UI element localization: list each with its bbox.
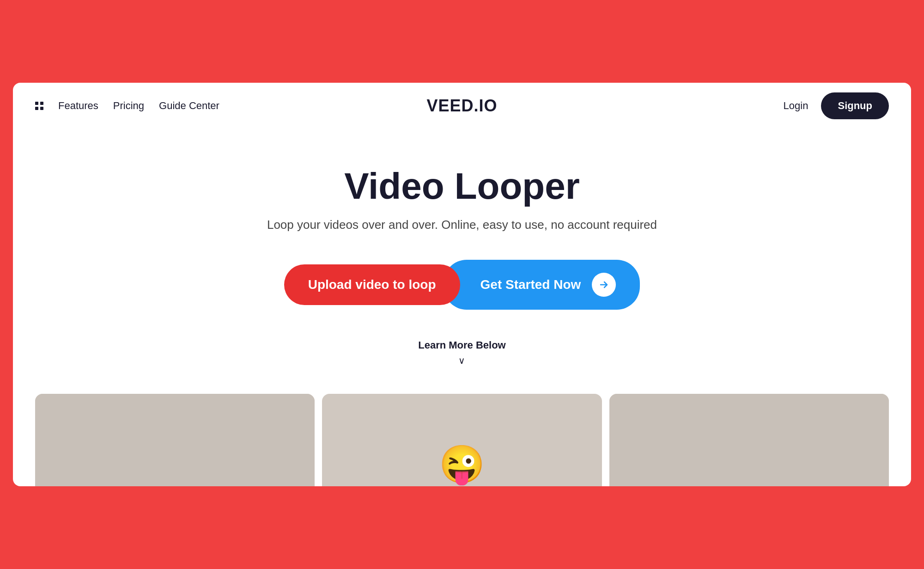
card-blur-left [35,394,315,486]
hero-section: Video Looper Loop your videos over and o… [13,129,911,394]
inner-container: Features Pricing Guide Center VEED.IO Lo… [13,83,911,486]
hero-title: Video Looper [344,166,580,207]
signup-button[interactable]: Signup [821,92,889,119]
preview-card-left [35,394,315,486]
nav-left: Features Pricing Guide Center [35,100,219,112]
nav-features-link[interactable]: Features [58,100,98,112]
upload-button[interactable]: Upload video to loop [284,264,460,305]
arrow-icon [592,273,616,297]
navbar: Features Pricing Guide Center VEED.IO Lo… [13,83,911,129]
hero-buttons: Upload video to loop Get Started Now [284,260,640,310]
nav-right: Login Signup [784,92,889,119]
nav-pricing-link[interactable]: Pricing [113,100,144,112]
bottom-preview: 😜 [13,394,911,486]
learn-more-section: Learn More Below ∨ [418,339,505,366]
get-started-button[interactable]: Get Started Now [444,260,640,310]
site-logo: VEED.IO [426,96,497,116]
learn-more-text: Learn More Below [418,339,505,351]
preview-card-center: 😜 [322,394,602,486]
card-blur-right [609,394,889,486]
outer-frame: Features Pricing Guide Center VEED.IO Lo… [0,70,924,499]
hero-subtitle: Loop your videos over and over. Online, … [267,218,657,232]
emoji-icon: 😜 [439,443,485,486]
login-link[interactable]: Login [784,100,808,112]
get-started-label: Get Started Now [480,277,581,292]
nav-guide-center-link[interactable]: Guide Center [159,100,219,112]
preview-card-right [609,394,889,486]
grid-icon[interactable] [35,102,43,110]
chevron-down-icon: ∨ [458,355,465,366]
